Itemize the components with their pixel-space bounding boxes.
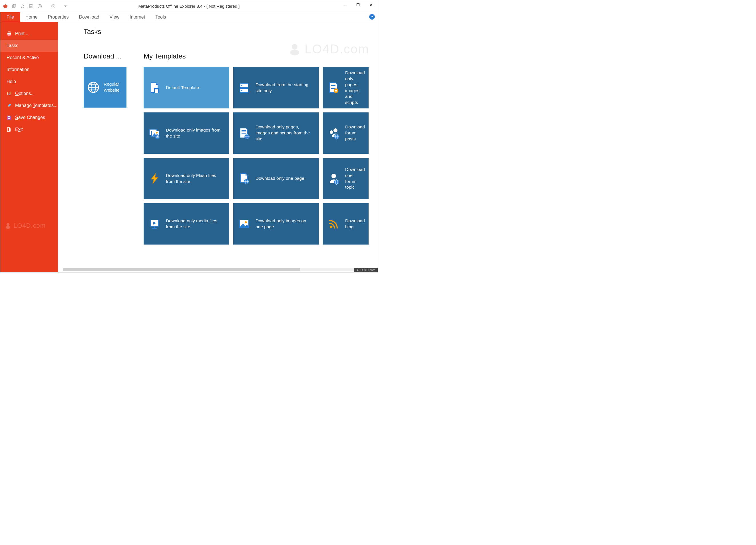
svg-point-21	[6, 226, 10, 229]
tile-label: Download from the starting site only	[256, 82, 314, 94]
sidebar-label: Save Changes	[15, 115, 45, 120]
qat-copy-icon[interactable]	[11, 3, 17, 9]
tile-label: Download only Flash files from the site	[166, 173, 225, 185]
tile-label: Download only images on one page	[256, 218, 314, 230]
backstage-sidebar: Print... Tasks Recent & Active Informati…	[0, 22, 58, 272]
document-icon	[148, 82, 161, 94]
svg-point-22	[292, 44, 297, 50]
tile-label: Download blog	[345, 218, 365, 230]
sidebar-item-save-changes[interactable]: Save Changes	[0, 112, 58, 124]
tab-properties[interactable]: Properties	[43, 12, 74, 22]
tab-internet[interactable]: Internet	[124, 12, 150, 22]
svg-point-52	[330, 130, 333, 134]
svg-rect-5	[39, 5, 40, 7]
minimize-button[interactable]	[338, 0, 351, 9]
help-icon[interactable]: ?	[369, 14, 375, 20]
svg-rect-8	[64, 5, 67, 5]
maximize-button[interactable]	[351, 0, 365, 9]
watermark: LO4D.com	[4, 222, 46, 230]
tab-tools[interactable]: Tools	[150, 12, 171, 22]
tab-home[interactable]: Home	[20, 12, 43, 22]
ribbon-tabs: File Home Properties Download View Inter…	[0, 12, 378, 22]
document-gear-icon	[327, 82, 340, 94]
qat-customize-icon[interactable]	[63, 3, 68, 9]
server-icon	[238, 82, 250, 94]
template-flash-files[interactable]: Download only Flash files from the site	[144, 158, 229, 199]
tab-file[interactable]: File	[0, 12, 20, 22]
sidebar-label: Help	[7, 79, 16, 84]
svg-point-23	[290, 50, 299, 55]
svg-point-43	[156, 132, 158, 134]
sidebar-label: Tasks	[7, 43, 18, 48]
template-blog[interactable]: Download blog	[323, 203, 369, 245]
horizontal-scrollbar[interactable]	[63, 268, 378, 271]
qat-save-icon[interactable]	[28, 3, 34, 9]
sidebar-item-information[interactable]: Information	[0, 64, 58, 76]
sidebar-item-exit[interactable]: Exit	[0, 124, 58, 136]
template-images-site[interactable]: Download only images from the site	[144, 112, 229, 154]
exit-icon	[7, 127, 12, 132]
svg-rect-17	[8, 118, 10, 119]
sidebar-item-options[interactable]: Options...	[0, 88, 58, 100]
svg-point-68	[330, 226, 332, 228]
tile-label: Download only media files from the site	[166, 218, 225, 230]
svg-rect-12	[8, 32, 10, 33]
watermark: LO4D.com	[287, 42, 369, 56]
rss-icon	[327, 218, 340, 230]
template-row: Download only Flash files from the site …	[144, 158, 378, 199]
sidebar-item-help[interactable]: Help	[0, 76, 58, 88]
template-starting-site[interactable]: Download from the starting site only	[233, 67, 319, 108]
templates-section: My Templates Default Template Download f…	[144, 52, 378, 245]
sliders-icon	[7, 91, 12, 96]
templates-grid: Default Template Download from the start…	[144, 67, 378, 245]
save-icon	[7, 115, 12, 120]
svg-point-4	[38, 4, 42, 8]
sidebar-item-print[interactable]: Print...	[0, 28, 58, 40]
qat-stop-icon[interactable]	[51, 3, 56, 9]
footer-badge: LO4D.com	[354, 268, 378, 272]
page-globe-icon	[238, 172, 250, 185]
tile-label: Download only pages, images and scripts	[345, 70, 365, 106]
template-default[interactable]: Default Template	[144, 67, 229, 108]
svg-rect-10	[357, 4, 359, 6]
template-images-one-page[interactable]: Download only images on one page	[233, 203, 319, 245]
window-controls	[338, 0, 378, 12]
qat-pause-icon[interactable]	[37, 3, 43, 9]
svg-point-20	[7, 223, 9, 226]
tile-label: Default Template	[166, 85, 199, 91]
svg-point-40	[335, 90, 337, 92]
tab-view[interactable]: View	[104, 12, 124, 22]
print-icon	[7, 31, 12, 36]
svg-point-35	[241, 90, 242, 91]
sidebar-item-recent[interactable]: Recent & Active	[0, 52, 58, 64]
pictures-icon	[148, 127, 161, 140]
sidebar-item-tasks[interactable]: Tasks	[0, 40, 58, 52]
download-section: Download ... Regular Website	[84, 52, 126, 245]
template-row: Default Template Download from the start…	[144, 67, 378, 108]
qat-undo-icon[interactable]	[20, 3, 25, 9]
tile-regular-website[interactable]: Regular Website	[84, 67, 126, 108]
close-button[interactable]	[365, 0, 378, 9]
document-globe-icon	[238, 127, 250, 140]
template-pages-images-scripts[interactable]: Download only pages, images and scripts …	[233, 112, 319, 154]
media-icon	[148, 218, 161, 230]
sidebar-label: Manage Templates...	[15, 103, 57, 108]
sidebar-item-manage-templates[interactable]: Manage Templates...	[0, 100, 58, 112]
tile-label: Regular Website	[104, 81, 123, 93]
template-row: Download only media files from the site …	[144, 203, 378, 245]
template-media-files[interactable]: Download only media files from the site	[144, 203, 229, 245]
page-title: Tasks	[84, 28, 378, 36]
sidebar-label: Print...	[15, 31, 28, 36]
people-icon	[327, 127, 340, 140]
template-pages-images-scripts-cut[interactable]: Download only pages, images and scripts	[323, 67, 369, 108]
edit-icon	[7, 103, 12, 108]
template-forum-posts[interactable]: Download forum posts	[323, 112, 369, 154]
flash-icon	[148, 172, 161, 185]
svg-point-51	[333, 128, 337, 132]
sidebar-label: Information	[7, 67, 29, 72]
tab-download[interactable]: Download	[74, 12, 104, 22]
svg-point-67	[245, 221, 247, 223]
template-forum-topic[interactable]: Download one forum topic	[323, 158, 369, 199]
sidebar-label: Exit	[15, 127, 23, 132]
template-one-page[interactable]: Download only one page	[233, 158, 319, 199]
